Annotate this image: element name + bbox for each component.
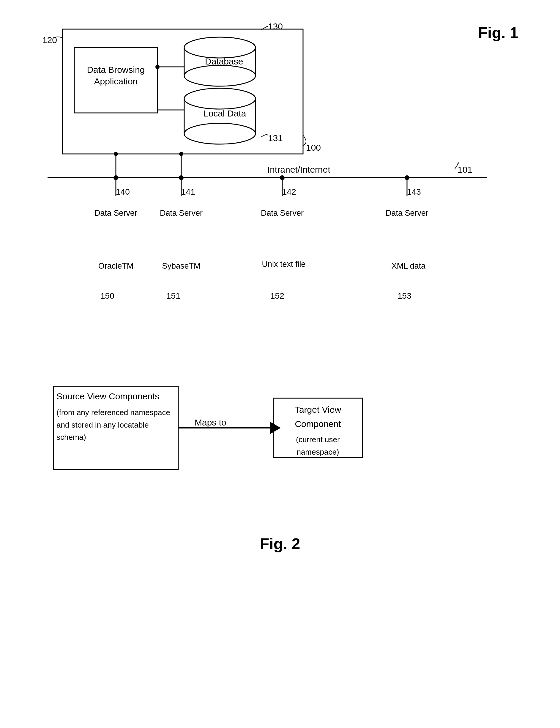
- db-num-150: 150: [100, 291, 114, 301]
- db-num-153: 153: [397, 291, 411, 301]
- database-label: Database: [205, 56, 243, 67]
- source-box-title: Source View Components (from any referen…: [56, 389, 175, 444]
- dba-label: Data Browsing Application: [82, 64, 150, 87]
- label-120: 120: [42, 35, 57, 45]
- label-101: 101: [458, 165, 472, 175]
- server-141-label: Data Server: [159, 208, 204, 218]
- label-130: 130: [268, 21, 283, 31]
- server-140-label: Data Server: [94, 208, 138, 218]
- db-num-152: 152: [270, 291, 284, 301]
- unix-label: Unix text file: [261, 259, 306, 270]
- svg-point-17: [113, 175, 118, 180]
- source-title-text: Source View Components: [56, 389, 175, 404]
- svg-point-22: [179, 152, 183, 156]
- server-num-142: 142: [282, 187, 296, 197]
- svg-point-6: [184, 88, 255, 109]
- svg-rect-0: [62, 29, 303, 154]
- local-data-label: Local Data: [204, 108, 246, 119]
- fig2-title: Fig. 2: [24, 535, 536, 553]
- target-title-text: Target View Component: [276, 403, 359, 431]
- target-box-content: Target View Component (current user name…: [276, 403, 359, 458]
- svg-point-5: [184, 65, 255, 86]
- source-detail-text: (from any referenced namespace and store…: [56, 406, 175, 444]
- svg-point-2: [184, 37, 255, 58]
- page-container: Fig. 1 120: [0, 0, 560, 728]
- svg-point-15: [114, 152, 118, 156]
- server-num-140: 140: [116, 187, 130, 197]
- db-num-151: 151: [166, 291, 180, 301]
- fig2-diagram: Source View Components (from any referen…: [24, 374, 536, 523]
- server-142-label: Data Server: [260, 208, 305, 218]
- maps-to-label: Maps to: [195, 417, 226, 428]
- label-131: 131: [268, 133, 283, 143]
- fig1-diagram: Fig. 1 120: [24, 18, 536, 339]
- server-143-label: Data Server: [385, 208, 429, 218]
- server-num-143: 143: [407, 187, 421, 197]
- svg-point-19: [280, 175, 285, 180]
- server-num-141: 141: [181, 187, 195, 197]
- svg-rect-1: [74, 48, 157, 113]
- xml-label: XML data: [386, 261, 431, 271]
- label-100: 100: [306, 143, 321, 153]
- sybase-label: SybaseTM: [159, 261, 204, 271]
- svg-point-9: [184, 123, 255, 144]
- svg-point-11: [155, 65, 160, 69]
- svg-point-18: [179, 175, 184, 180]
- svg-point-20: [405, 175, 409, 180]
- target-detail-text: (current user namespace): [276, 434, 359, 458]
- intranet-label: Intranet/Internet: [267, 165, 330, 175]
- fig1-title: Fig. 1: [478, 24, 518, 42]
- oracle-label: OracleTM: [94, 261, 138, 271]
